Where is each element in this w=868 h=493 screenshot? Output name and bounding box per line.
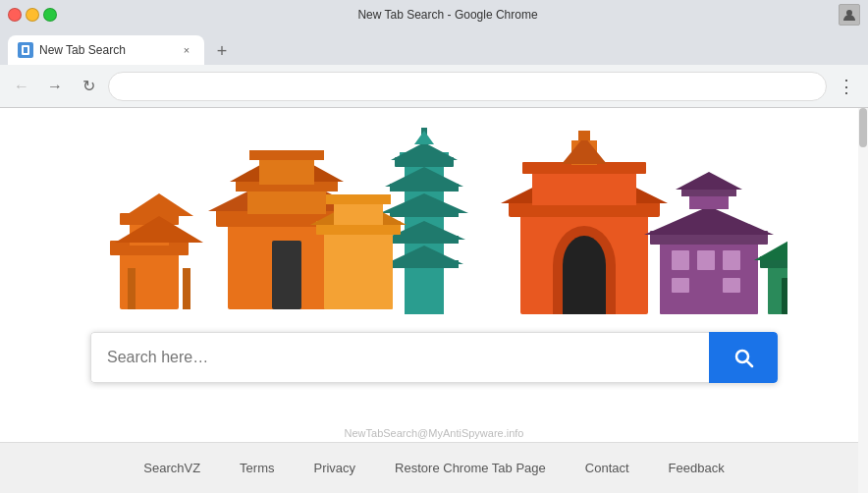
skyline-illustration [0,118,868,314]
title-bar-right [839,4,860,26]
title-bar-left [8,8,57,22]
chrome-menu-button[interactable]: ⋮ [833,73,860,100]
footer-link-feedback[interactable]: Feedback [669,461,725,475]
svg-marker-6 [125,193,193,216]
chrome-window: New Tab Search - Google Chrome New Tab S… [0,0,868,493]
svg-rect-16 [259,157,314,185]
svg-marker-27 [385,246,463,264]
watermark: NewTabSearch@MyAntiSpyware.info [345,427,524,439]
tab-favicon-icon [22,45,29,55]
tab-label: New Tab Search [39,43,126,57]
footer-link-privacy[interactable]: Privacy [313,461,355,475]
svg-rect-41 [563,265,606,314]
footer-link-terms[interactable]: Terms [240,461,274,475]
forward-button[interactable]: → [41,73,69,100]
search-button[interactable] [709,332,778,383]
svg-marker-25 [380,193,468,213]
svg-rect-48 [578,131,590,140]
svg-rect-54 [672,278,689,293]
tab-favicon [18,42,33,58]
maximize-window-button[interactable] [43,8,57,22]
svg-rect-17 [249,150,324,160]
search-container [90,332,778,383]
reload-button[interactable]: ↻ [75,73,102,100]
svg-rect-32 [324,231,393,309]
svg-rect-51 [672,250,689,270]
profile-button[interactable] [839,4,860,26]
back-button[interactable]: ← [8,73,35,100]
svg-rect-44 [532,170,636,205]
tabs-bar: New Tab Search × + [0,29,868,65]
footer: SearchVZ Terms Privacy Restore Chrome Ta… [0,442,868,493]
svg-rect-7 [128,268,136,309]
svg-rect-52 [697,250,715,270]
svg-rect-55 [723,278,740,293]
svg-rect-10 [272,241,301,309]
tab-close-button[interactable]: × [179,42,194,58]
svg-marker-59 [676,172,742,190]
window-title: New Tab Search - Google Chrome [357,8,537,22]
scrollbar-thumb[interactable] [859,108,867,147]
svg-marker-28 [385,167,463,187]
new-tab-button[interactable]: + [208,37,236,65]
svg-rect-8 [183,268,190,309]
footer-link-searchvz[interactable]: SearchVZ [143,461,200,475]
svg-rect-53 [723,250,740,270]
svg-marker-31 [414,131,434,144]
search-icon [732,346,755,369]
svg-rect-63 [782,278,787,314]
page-content: NewTabSearch@MyAntiSpyware.info SearchVZ… [0,108,868,493]
close-window-button[interactable] [8,8,22,22]
omnibox[interactable] [108,72,827,101]
footer-link-contact[interactable]: Contact [585,461,629,475]
footer-link-restore[interactable]: Restore Chrome Tab Page [395,461,546,475]
svg-rect-36 [326,194,391,204]
minimize-window-button[interactable] [26,8,39,22]
active-tab[interactable]: New Tab Search × [8,35,204,65]
window-controls [8,8,57,22]
url-input[interactable] [121,79,814,93]
skyline-svg [81,123,787,314]
address-bar: ← → ↻ ⋮ [0,65,868,108]
svg-marker-56 [644,206,774,235]
title-bar: New Tab Search - Google Chrome [0,0,868,29]
svg-marker-47 [562,137,607,164]
svg-rect-35 [334,201,383,225]
search-input[interactable] [90,332,709,383]
scrollbar[interactable] [858,108,868,493]
